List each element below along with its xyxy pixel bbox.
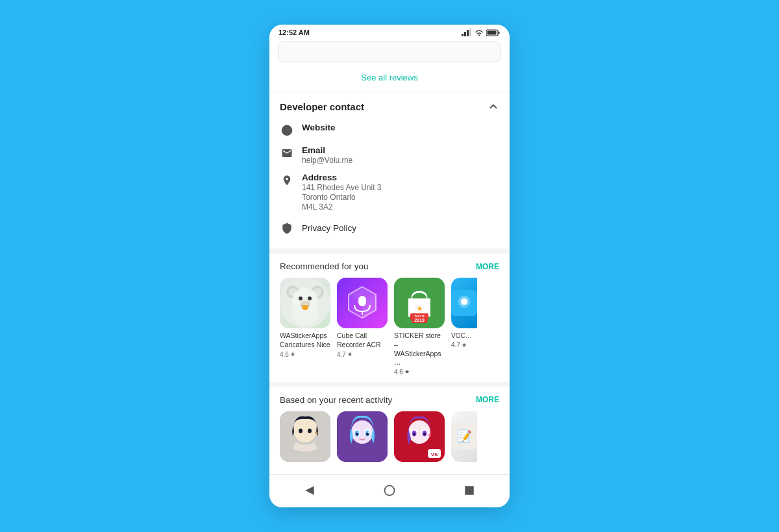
svg-point-20: [302, 305, 308, 310]
status-time: 12:52 AM: [278, 29, 310, 36]
app-card-4-partial[interactable]: VOC… 4.7 ★: [451, 278, 477, 376]
recent-app-icon-3: VS: [394, 411, 445, 462]
privacy-policy-label: Privacy Policy: [302, 223, 356, 233]
recents-button[interactable]: [460, 481, 478, 500]
location-icon: [280, 173, 294, 187]
phone-frame: 12:52 AM: [269, 25, 510, 507]
email-value: help@Volu.me: [302, 156, 352, 165]
recent-app-icon-4: 📝: [451, 411, 477, 462]
see-all-reviews-link[interactable]: See all reviews: [361, 73, 417, 82]
manga2-svg: [337, 411, 388, 462]
address-line3: M4L 3A2: [302, 202, 382, 212]
collapse-icon[interactable]: [488, 101, 499, 112]
recent-app-card-2[interactable]: [337, 411, 388, 465]
app-name-4: VOC…: [451, 332, 476, 340]
svg-point-37: [293, 417, 317, 442]
home-button[interactable]: [380, 481, 399, 500]
sticker-svg: ★ 2019: [394, 278, 445, 328]
recent-app-card-3[interactable]: VS: [394, 411, 445, 465]
back-button[interactable]: [301, 481, 319, 500]
website-label: Website: [302, 123, 336, 132]
recommended-more-link[interactable]: MORE: [476, 262, 499, 271]
manga4-svg: 📝: [451, 411, 477, 462]
svg-point-58: [423, 432, 426, 435]
recents-icon: [464, 485, 475, 496]
svg-rect-0: [462, 34, 464, 36]
email-label: Email: [302, 145, 352, 155]
status-icons: [462, 29, 501, 36]
svg-point-39: [308, 428, 312, 433]
app-icon-4: [451, 278, 477, 328]
svg-point-4: [478, 34, 480, 36]
globe-icon: [280, 123, 294, 138]
svg-point-35: [461, 298, 467, 305]
star-icon-3: ★: [404, 369, 410, 375]
developer-contact-header: Developer contact: [269, 91, 510, 119]
manga3-svg: VS: [394, 411, 445, 462]
email-text: Email help@Volu.me: [302, 145, 352, 165]
recent-app-card-4-partial[interactable]: 📝: [451, 411, 477, 465]
wifi-icon: [475, 29, 484, 36]
app-card-3[interactable]: ★ 2019 STICKER store – WAStickerApps … 4…: [394, 278, 445, 376]
cube-svg: [337, 278, 388, 328]
svg-point-17: [299, 296, 303, 300]
app-rating-3: 4.6 ★: [394, 369, 410, 376]
svg-point-38: [299, 428, 303, 433]
svg-point-18: [308, 296, 312, 300]
see-all-reviews-section: See all reviews: [269, 67, 510, 91]
svg-point-49: [358, 431, 359, 433]
app-icon-3: ★ 2019: [394, 278, 445, 328]
recent-activity-header: Based on your recent activity MORE: [280, 395, 499, 405]
app-card-1[interactable]: WAStickerApps Caricatures Nice 4.6 ★: [280, 278, 330, 376]
svg-rect-65: [465, 486, 475, 495]
svg-marker-63: [305, 486, 314, 494]
recent-app-icon-2: [337, 411, 388, 462]
recommended-title: Recommended for you: [280, 261, 369, 271]
address-line2: Toronto Ontario: [302, 193, 382, 202]
recent-apps-row: VS 📝: [280, 411, 499, 465]
recommended-header: Recommended for you MORE: [280, 261, 499, 271]
recommended-apps-row: WAStickerApps Caricatures Nice 4.6 ★: [280, 278, 499, 376]
status-bar: 12:52 AM: [269, 25, 510, 39]
bear-svg: [280, 278, 330, 328]
recent-activity-section: Based on your recent activity MORE: [269, 382, 510, 472]
app-name-1: WAStickerApps Caricatures Nice: [280, 332, 330, 349]
address-label: Address: [302, 173, 382, 182]
address-item[interactable]: Address 141 Rhodes Ave Unit 3 Toronto On…: [269, 169, 510, 215]
shield-icon: [280, 221, 294, 236]
svg-rect-7: [488, 30, 497, 34]
voca-svg: [451, 278, 477, 328]
svg-point-64: [384, 485, 394, 495]
website-item[interactable]: Website: [269, 119, 510, 141]
home-icon: [383, 484, 396, 497]
privacy-policy-item[interactable]: Privacy Policy: [269, 215, 510, 241]
svg-point-57: [413, 432, 415, 435]
svg-text:★: ★: [417, 305, 423, 312]
svg-text:📝: 📝: [457, 428, 473, 443]
address-line1: 141 Rhodes Ave Unit 3: [302, 183, 382, 192]
address-text: Address 141 Rhodes Ave Unit 3 Toronto On…: [302, 173, 382, 212]
email-icon: [280, 146, 294, 160]
svg-rect-6: [499, 31, 500, 34]
star-icon-1: ★: [290, 351, 295, 357]
star-icon-4: ★: [462, 342, 467, 348]
recommended-section: Recommended for you MORE: [269, 248, 510, 382]
developer-contact-section: Developer contact Website: [269, 91, 510, 248]
email-item[interactable]: Email help@Volu.me: [269, 141, 510, 169]
back-icon: [303, 484, 316, 497]
svg-point-50: [368, 431, 369, 433]
svg-rect-3: [469, 29, 471, 36]
svg-text:2019: 2019: [414, 315, 425, 319]
signal-icon: [462, 29, 472, 36]
app-icon-1: [280, 278, 330, 328]
app-name-2: Cube Call Recorder ACR: [337, 332, 388, 349]
search-bar[interactable]: [278, 42, 501, 62]
svg-point-40: [315, 431, 317, 434]
recent-app-card-1[interactable]: [280, 411, 330, 465]
svg-text:VS: VS: [431, 451, 438, 457]
recent-activity-title: Based on your recent activity: [280, 395, 392, 405]
app-card-2[interactable]: Cube Call Recorder ACR 4.7 ★: [337, 278, 388, 376]
recent-more-link[interactable]: MORE: [476, 395, 499, 404]
app-icon-2: [337, 278, 388, 328]
search-bar-area: [269, 39, 510, 67]
